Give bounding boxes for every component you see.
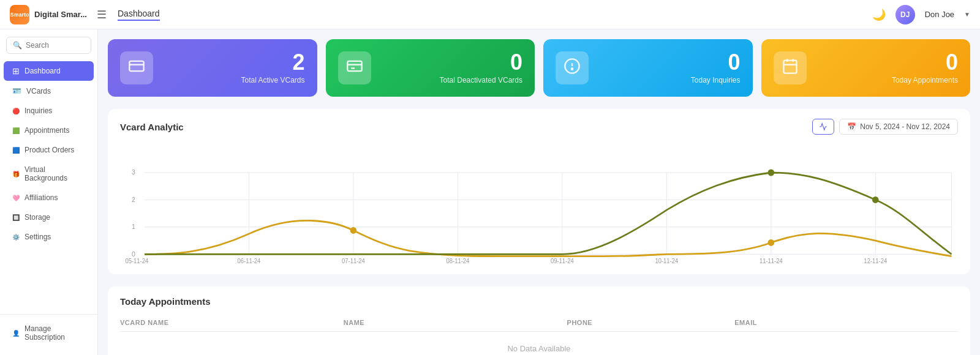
sidebar-bottom: 👤 Manage Subscription xyxy=(0,314,97,348)
avatar: DJ xyxy=(895,5,915,24)
svg-text:08-11-24: 08-11-24 xyxy=(446,258,469,264)
sidebar-item-storage[interactable]: 🔲 Storage xyxy=(4,208,94,226)
svg-text:3: 3 xyxy=(132,168,135,176)
calendar-icon: 📅 xyxy=(847,122,856,131)
date-range-label: Nov 5, 2024 - Nov 12, 2024 xyxy=(860,122,950,131)
svg-text:06-11-24: 06-11-24 xyxy=(238,258,261,264)
sidebar-item-inquiries[interactable]: 🔴 Inquiries xyxy=(4,102,94,120)
affiliations-icon: 🩷 xyxy=(12,195,20,201)
logo-badge: Smarto xyxy=(10,5,29,24)
search-icon: 🔍 xyxy=(13,41,22,50)
svg-point-29 xyxy=(768,239,775,246)
chevron-down-icon[interactable]: ▼ xyxy=(964,11,970,18)
layout: 🔍 ⊞ Dashboard 🪪 VCards 🔴 Inquiries 🟩 App… xyxy=(0,29,980,355)
today-appointments-icon xyxy=(782,58,799,78)
dark-mode-toggle[interactable]: 🌙 xyxy=(872,8,886,21)
chart-type-line-btn[interactable] xyxy=(812,119,834,135)
chart-title: Vcard Analytic xyxy=(120,122,184,132)
col-vcard-name: VCARD NAME xyxy=(120,319,344,326)
stat-icon-box-vcards xyxy=(120,51,153,84)
main-content: 2 Total Active VCards 0 Total Deactivate… xyxy=(98,29,980,355)
line-chart-icon xyxy=(819,122,827,131)
today-appointments-label: Today Appointments xyxy=(892,76,958,84)
sidebar-item-product-orders[interactable]: 🟦 Product Orders xyxy=(4,141,94,159)
date-range-btn[interactable]: 📅 Nov 5, 2024 - Nov 12, 2024 xyxy=(839,119,958,135)
svg-text:07-11-24: 07-11-24 xyxy=(342,258,365,264)
manage-subscription-item[interactable]: 👤 Manage Subscription xyxy=(4,320,94,346)
active-vcards-number: 2 xyxy=(241,51,304,73)
col-phone: PHONE xyxy=(567,319,735,326)
stat-info-appointments: 0 Today Appointments xyxy=(892,51,958,84)
today-inquiries-label: Today Inquiries xyxy=(691,76,741,84)
stat-card-today-appointments: 0 Today Appointments xyxy=(761,39,971,97)
sidebar-item-label: Storage xyxy=(24,213,50,222)
active-vcards-icon xyxy=(128,58,145,78)
appointments-icon: 🟩 xyxy=(12,127,20,134)
sidebar-item-settings[interactable]: ⚙️ Settings xyxy=(4,228,94,246)
svg-text:05-11-24: 05-11-24 xyxy=(125,258,148,264)
svg-point-30 xyxy=(768,169,775,176)
chart-controls: 📅 Nov 5, 2024 - Nov 12, 2024 xyxy=(812,119,958,135)
sidebar-item-label: Inquiries xyxy=(24,106,52,115)
chart-header: Vcard Analytic 📅 Nov 5, 2024 - Nov 12, 2… xyxy=(120,119,958,135)
sidebar-item-label: Dashboard xyxy=(24,67,61,75)
table-empty-message: No Data Available xyxy=(120,332,958,355)
today-appointments-number: 0 xyxy=(892,51,958,73)
app-title: Digital Smar... xyxy=(34,10,87,19)
sidebar-item-dashboard[interactable]: ⊞ Dashboard xyxy=(4,61,94,81)
svg-text:12-11-24: 12-11-24 xyxy=(864,258,887,264)
stat-info-inquiries: 0 Today Inquiries xyxy=(691,51,741,84)
virtual-backgrounds-icon: 🎁 xyxy=(12,171,20,177)
svg-rect-8 xyxy=(783,61,796,73)
svg-point-28 xyxy=(350,227,357,234)
search-input[interactable] xyxy=(26,41,85,50)
stat-icon-box-appointments xyxy=(774,51,807,84)
sidebar-item-label: Appointments xyxy=(24,126,69,135)
appointments-table-header: VCARD NAME NAME PHONE EMAIL xyxy=(120,314,958,332)
svg-text:1: 1 xyxy=(132,223,135,230)
col-email: EMAIL xyxy=(734,319,958,326)
manage-subscription-icon: 👤 xyxy=(12,330,20,337)
deactivated-vcards-icon xyxy=(346,58,363,78)
logo-area: Smarto Digital Smar... ☰ xyxy=(10,5,108,24)
chart-section: Vcard Analytic 📅 Nov 5, 2024 - Nov 12, 2… xyxy=(108,109,970,274)
active-vcards-label: Total Active VCards xyxy=(241,76,304,84)
vcards-icon: 🪪 xyxy=(12,87,21,95)
stat-icon-box-deactivated xyxy=(338,51,371,84)
today-inquiries-number: 0 xyxy=(691,51,741,73)
svg-rect-0 xyxy=(129,61,143,71)
sidebar-item-label: VCards xyxy=(26,87,51,95)
chart-container: 0 1 2 3 xyxy=(120,142,958,264)
appointments-title: Today Appointments xyxy=(120,296,958,307)
stat-icon-box-inquiries xyxy=(556,51,589,84)
svg-point-31 xyxy=(872,196,879,203)
stat-info-deactivated: 0 Total Deactivated VCards xyxy=(440,51,522,84)
svg-point-7 xyxy=(571,69,573,70)
svg-text:2: 2 xyxy=(132,196,135,203)
product-orders-icon: 🟦 xyxy=(12,147,20,154)
svg-text:11-11-24: 11-11-24 xyxy=(760,258,783,264)
search-box[interactable]: 🔍 xyxy=(6,37,91,54)
storage-icon: 🔲 xyxy=(12,214,20,221)
stat-info-active-vcards: 2 Total Active VCards xyxy=(241,51,304,84)
stat-card-active-vcards: 2 Total Active VCards xyxy=(108,39,317,97)
col-name: NAME xyxy=(344,319,567,326)
sidebar-item-virtual-backgrounds[interactable]: 🎁 Virtual Backgrounds xyxy=(4,160,94,187)
nav-right: 🌙 DJ Don Joe ▼ xyxy=(872,5,970,24)
stat-card-today-inquiries: 0 Today Inquiries xyxy=(543,39,753,97)
sidebar-item-appointments[interactable]: 🟩 Appointments xyxy=(4,121,94,140)
svg-text:09-11-24: 09-11-24 xyxy=(551,258,574,264)
sidebar-item-affiliations[interactable]: 🩷 Affiliations xyxy=(4,189,94,207)
sidebar-item-label: Affiliations xyxy=(24,193,58,202)
stat-cards: 2 Total Active VCards 0 Total Deactivate… xyxy=(108,39,970,97)
breadcrumb: Dashboard xyxy=(118,9,160,21)
sidebar-item-vcards[interactable]: 🪪 VCards xyxy=(4,82,94,100)
sidebar: 🔍 ⊞ Dashboard 🪪 VCards 🔴 Inquiries 🟩 App… xyxy=(0,29,98,355)
deactivated-vcards-label: Total Deactivated VCards xyxy=(440,76,522,84)
dashboard-icon: ⊞ xyxy=(12,66,20,76)
svg-text:10-11-24: 10-11-24 xyxy=(655,258,678,264)
sidebar-item-label: Virtual Backgrounds xyxy=(24,165,85,182)
svg-text:0: 0 xyxy=(132,250,135,257)
chart-svg: 0 1 2 3 xyxy=(120,142,958,264)
hamburger-menu[interactable]: ☰ xyxy=(97,8,107,21)
